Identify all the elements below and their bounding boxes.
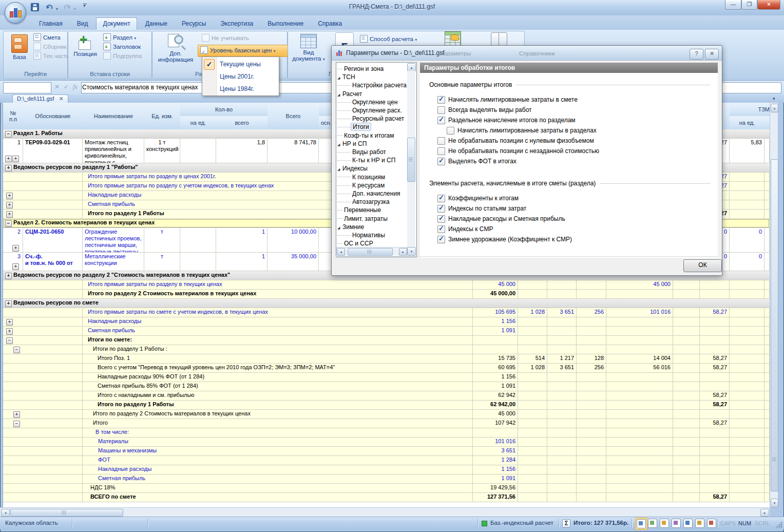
checkbox-Не обрабатывать позиции с нулевым физобъемом[interactable]: Не обрабатывать позиции с нулевым физобъ… [437, 137, 594, 145]
tree-item-Зимние[interactable]: ◢Зимние [337, 223, 364, 231]
header-button[interactable]: +Заголовок [103, 42, 141, 51]
checkbox-checked-icon[interactable] [437, 225, 445, 233]
tree-scroll-down-icon[interactable]: ▾ [407, 247, 416, 256]
expand-icon[interactable]: + [5, 156, 12, 162]
grid-row[interactable]: Итого по разделу 2 Стоимость материалов … [3, 290, 770, 299]
smeta-button[interactable]: Смета [33, 33, 61, 42]
tab-close-icon[interactable]: ✕ [59, 96, 63, 102]
grid-row[interactable]: Итоги по смете:− [3, 336, 770, 345]
checkbox-checked-icon[interactable] [437, 96, 445, 104]
tab-8[interactable]: Справка [312, 18, 348, 30]
grid-row[interactable]: Итоги по разделу 1 Работы :− [3, 345, 770, 354]
expand-icon[interactable]: + [12, 156, 19, 162]
worksheet-hand-icon[interactable] [445, 31, 462, 46]
confirm-icon[interactable]: ✓ [64, 83, 69, 90]
tab-1[interactable]: Главная [33, 18, 69, 30]
checkbox-Накладные расходы и Сметная прибыль[interactable]: Накладные расходы и Сметная прибыль [437, 215, 565, 223]
expand-icon[interactable]: + [6, 193, 13, 199]
expand-icon[interactable]: + [12, 245, 19, 252]
grid-row[interactable]: Ведомость ресурсов по смете+ [3, 299, 770, 308]
dialog-help-button[interactable]: ? [690, 49, 703, 60]
grid-row[interactable]: ВСЕГО по смете127 371,5658,27 [3, 493, 770, 502]
grid-row[interactable]: Сметная прибыль1 091+ [3, 327, 770, 336]
undo-dropdown-icon[interactable]: ▾ [56, 7, 58, 11]
horizontal-scrollbar[interactable]: ◂ ▸ [0, 507, 770, 517]
collapse-icon[interactable]: − [6, 337, 13, 344]
tree-item-К-ты к НР и СП[interactable]: К-ты к НР и СП [337, 156, 395, 164]
tree-item-Коэф-ты к итогам[interactable]: Коэф-ты к итогам [337, 131, 394, 140]
base-price-level-button[interactable]: ✓Уровень базисных цен ▾ [198, 45, 288, 57]
expand-icon[interactable]: + [13, 411, 20, 418]
tree-item-Доп. начисления[interactable]: Доп. начисления [337, 189, 400, 198]
not-account-button[interactable]: Не учитывать [202, 33, 249, 43]
minimize-button[interactable]: — [725, 0, 741, 10]
grid-row[interactable]: Сметная прибыль1 091 [3, 474, 770, 484]
checkbox-unchecked-icon[interactable] [437, 147, 445, 155]
tree-scroll-track[interactable] [407, 71, 415, 247]
vertical-scrollbar[interactable]: ▴ ▾ [770, 103, 778, 507]
position-button[interactable]: + Позиция [70, 32, 100, 70]
checkbox-Коэффициенты к итогам[interactable]: Коэффициенты к итогам [437, 194, 519, 202]
tree-item-Расчет[interactable]: ◢Расчет [337, 90, 362, 98]
maximize-button[interactable]: ❐ [741, 0, 757, 10]
tab-5[interactable]: Ресурсы [176, 18, 212, 30]
checkbox-Выделять ФОТ в итогах[interactable]: Выделять ФОТ в итогах [437, 157, 517, 165]
grid-row[interactable]: Накладные расходы 90% ФОТ (от 1 284)1 15… [3, 373, 770, 382]
collapse-icon[interactable]: − [13, 421, 20, 427]
tree-item-ТСН[interactable]: ◢ТСН [337, 73, 355, 81]
tree-item-К позициям[interactable]: К позициям [337, 173, 385, 181]
sbornik-button[interactable]: Сборник [33, 42, 67, 51]
tree-item-Итоги[interactable]: Итоги [337, 123, 371, 131]
calc-method-button[interactable]: Способ расчета ▾ [360, 34, 417, 44]
checkbox-unchecked-icon[interactable] [437, 106, 445, 114]
money-view-icon[interactable] [659, 518, 670, 529]
magnifier-view-icon[interactable] [682, 518, 694, 529]
collapse-icon[interactable]: − [5, 131, 12, 138]
coins-view-icon[interactable] [694, 518, 705, 529]
close-button[interactable]: × [757, 0, 780, 10]
checkbox-checked-icon[interactable] [437, 215, 445, 223]
expand-icon[interactable]: + [6, 211, 13, 218]
tab-4[interactable]: Данные [139, 18, 174, 30]
tree-item-Виды работ[interactable]: Виды работ [337, 148, 386, 156]
rows-view-icon[interactable] [647, 518, 658, 529]
document-tab[interactable]: D:\_del\111.gsf ✕ [12, 94, 68, 103]
save-icon[interactable] [31, 3, 39, 11]
expand-icon[interactable]: + [6, 202, 13, 208]
grid-row[interactable]: Машины и механизмы3 651 [3, 447, 770, 456]
dialog-close-button[interactable]: ✕ [705, 49, 719, 60]
expand-icon[interactable]: + [5, 273, 12, 279]
expand-icon[interactable]: + [6, 328, 13, 335]
grid-row[interactable]: Накладные расходы1 156 [3, 465, 770, 474]
menu-item-2[interactable]: Цены 2001г. [202, 70, 280, 83]
collapse-icon[interactable]: − [13, 347, 20, 353]
tree-hscroll-thumb[interactable] [348, 248, 393, 256]
grid-row[interactable]: Итого по разделу 1 Работы62 942,0058,27 [3, 401, 770, 410]
tab-6[interactable]: Экспертиза [214, 18, 259, 30]
checkbox-unchecked-icon[interactable] [447, 127, 454, 135]
grid-view-icon[interactable] [635, 518, 647, 530]
checkbox-Начислять лимитированные затраты в разделах[interactable]: Начислять лимитированные затраты в разде… [447, 126, 597, 135]
document-view-button[interactable]: Вид документа ▾ [292, 32, 325, 70]
checkbox-Всегда выделять виды работ[interactable]: Всегда выделять виды работ [437, 106, 532, 114]
grid-row[interactable]: ФОТ1 284 [3, 456, 770, 465]
tab-7[interactable]: Выполнение [261, 18, 310, 30]
checkbox-Не обрабатывать позиции с незаданной стоимостью[interactable]: Не обрабатывать позиции с незаданной сто… [437, 147, 599, 155]
chart-view-icon[interactable] [706, 518, 717, 529]
grid-row[interactable]: Итого прямые затраты по разделу в текущи… [3, 280, 770, 290]
section-button[interactable]: +Раздел ▾ [103, 33, 136, 42]
grid-row[interactable]: Итого по разделу 2 Стоимость материалов … [3, 410, 770, 419]
base-button[interactable]: База [7, 32, 32, 70]
function-icon[interactable]: fx [73, 83, 78, 91]
application-menu-button[interactable] [5, 2, 26, 24]
expand-icon[interactable]: + [6, 319, 13, 326]
tab-list-dropdown-icon[interactable]: ▾ [773, 96, 775, 101]
grid-row[interactable]: Итого прямые затраты по смете с учетом и… [3, 308, 770, 317]
tree-item-Лимит. затраты[interactable]: Лимит. затраты [337, 215, 388, 223]
checkbox-checked-icon[interactable] [437, 195, 445, 202]
tab-2[interactable]: Вид [71, 18, 94, 30]
checkbox-checked-icon[interactable] [437, 117, 445, 124]
checkbox-Индексы к СМР[interactable]: Индексы к СМР [437, 225, 493, 233]
grid-row[interactable]: Итого107 94258,27− [3, 419, 770, 428]
tree-item-Нормативы[interactable]: Нормативы [337, 231, 385, 239]
